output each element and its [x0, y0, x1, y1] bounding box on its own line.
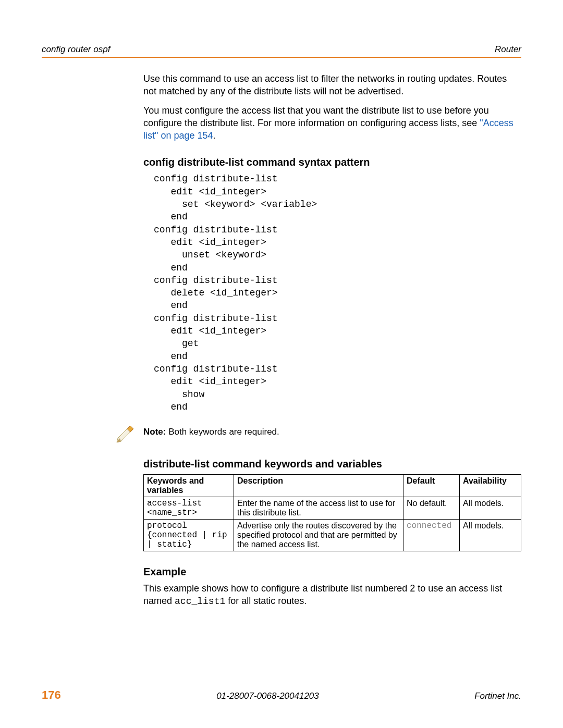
- vendor-name: Fortinet Inc.: [474, 691, 521, 701]
- page-number: 176: [42, 688, 61, 702]
- table-heading: distribute-list command keywords and var…: [143, 458, 521, 470]
- note-label: Note:: [143, 427, 166, 437]
- page-footer: 176 01-28007-0068-20041203 Fortinet Inc.: [42, 688, 521, 702]
- example-para: This example shows how to configure a di…: [143, 582, 521, 608]
- cell-def: connected: [403, 520, 460, 551]
- cell-kw: protocol {connected | rip | static}: [144, 520, 234, 551]
- intro-para-2b: .: [213, 130, 216, 141]
- th-keywords: Keywords and variables: [144, 475, 234, 497]
- example-text-b: for all static routes.: [225, 596, 307, 606]
- intro-para-2a: You must configure the access list that …: [143, 105, 489, 128]
- note-block: Note: Both keywords are required.: [115, 423, 521, 443]
- cell-avail: All models.: [460, 520, 521, 551]
- table-row: protocol {connected | rip | static} Adve…: [144, 520, 521, 551]
- th-default: Default: [403, 475, 460, 497]
- note-icon: [115, 423, 136, 443]
- example-heading: Example: [143, 566, 521, 578]
- note-text: Note: Both keywords are required.: [143, 423, 279, 437]
- intro-para-2: You must configure the access list that …: [143, 104, 521, 142]
- doc-id: 01-28007-0068-20041203: [216, 691, 319, 701]
- cell-def: No default.: [403, 497, 460, 520]
- page-header: config router ospf Router: [42, 44, 521, 58]
- cell-kw: access-list <name_str>: [144, 497, 234, 520]
- cell-desc: Enter the name of the access list to use…: [234, 497, 403, 520]
- th-description: Description: [234, 475, 403, 497]
- table-row: access-list <name_str> Enter the name of…: [144, 497, 521, 520]
- cell-avail: All models.: [460, 497, 521, 520]
- table-header-row: Keywords and variables Description Defau…: [144, 475, 521, 497]
- keywords-table: Keywords and variables Description Defau…: [143, 474, 521, 551]
- example-code: acc_list1: [175, 596, 225, 607]
- syntax-heading: config distribute-list command syntax pa…: [143, 156, 521, 168]
- note-body: Both keywords are required.: [166, 427, 279, 437]
- cell-desc: Advertise only the routes discovered by …: [234, 520, 403, 551]
- th-availability: Availability: [460, 475, 521, 497]
- header-left: config router ospf: [42, 44, 110, 55]
- syntax-code-block: config distribute-list edit <id_integer>…: [154, 172, 521, 413]
- intro-para-1: Use this command to use an access list t…: [143, 72, 521, 98]
- header-right: Router: [495, 44, 521, 55]
